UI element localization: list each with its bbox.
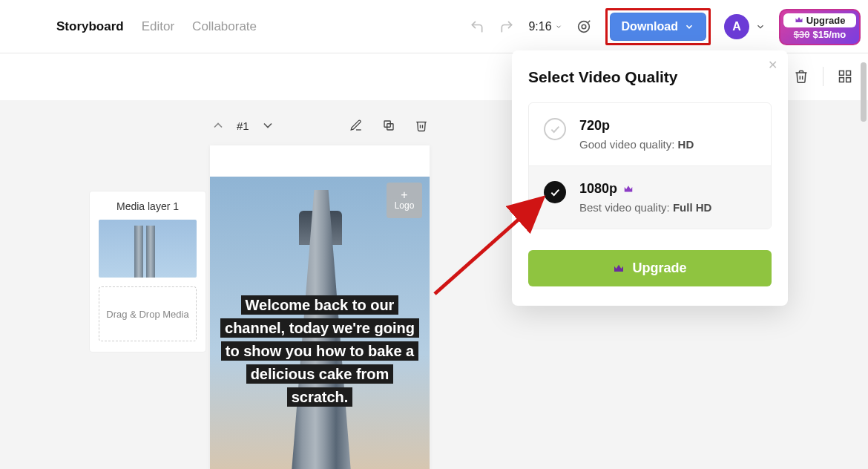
download-button-highlight: Download: [605, 8, 711, 45]
scene-number: #1: [237, 119, 249, 132]
popover-title: Select Video Quality: [528, 68, 772, 86]
scene-header: #1: [210, 117, 430, 134]
svg-rect-6: [846, 78, 851, 82]
tab-storyboard[interactable]: Storyboard: [56, 19, 124, 34]
quality-desc-prefix: Good video quality:: [579, 138, 678, 151]
quality-label: 720p: [579, 118, 694, 134]
avatar: A: [724, 14, 749, 39]
tab-collaborate[interactable]: Collaborate: [192, 19, 257, 34]
settings-gear-icon[interactable]: [576, 19, 592, 35]
upgrade-promo-top: Upgrade: [783, 13, 856, 27]
quality-desc-prefix: Best video quality:: [579, 201, 673, 214]
quality-label: 1080p: [579, 181, 711, 197]
trash-icon[interactable]: [793, 68, 809, 85]
crown-icon: [795, 16, 803, 24]
quality-option-list: 720p Good video quality: HD 1080p Best v…: [528, 102, 772, 229]
edit-pencil-icon[interactable]: [348, 117, 364, 134]
aspect-ratio-value: 9:16: [528, 20, 551, 33]
scrollbar-thumb[interactable]: [861, 62, 867, 122]
canvas-utility-strip: [793, 67, 853, 86]
quality-desc-bold: HD: [678, 138, 694, 151]
upgrade-promo-price: $30$15/mo: [783, 27, 856, 41]
quality-option-1080p[interactable]: 1080p Best video quality: Full HD: [529, 165, 771, 229]
upgrade-button[interactable]: Upgrade: [528, 250, 772, 286]
media-layer-panel: Media layer 1 Drag & Drop Media: [89, 191, 206, 352]
download-button-label: Download: [622, 20, 678, 33]
upgrade-button-label: Upgrade: [632, 260, 686, 276]
add-logo-button[interactable]: + Logo: [387, 183, 422, 218]
video-quality-popover: ✕ Select Video Quality 720p Good video q…: [512, 50, 788, 306]
quality-option-720p[interactable]: 720p Good video quality: HD: [529, 103, 771, 165]
add-logo-label: Logo: [395, 200, 415, 211]
check-circle-empty-icon: [544, 118, 566, 140]
top-right-controls: 9:16 Download A Upgrade $30$15/mo: [469, 0, 861, 53]
chevron-down-icon[interactable]: [260, 117, 276, 134]
svg-rect-3: [840, 71, 844, 76]
account-menu[interactable]: A: [724, 14, 766, 39]
chevron-down-icon: [684, 22, 694, 32]
upgrade-old-price: $30: [794, 29, 810, 40]
media-dropzone-label: Drag & Drop Media: [106, 309, 188, 320]
svg-point-1: [582, 24, 586, 29]
quality-label-text: 720p: [579, 118, 610, 134]
upgrade-promo[interactable]: Upgrade $30$15/mo: [779, 9, 861, 45]
scene-caption[interactable]: Welcome back to our channel, today we're…: [210, 294, 430, 409]
quality-description: Best video quality: Full HD: [579, 201, 711, 214]
undo-icon[interactable]: [469, 19, 485, 35]
top-bar: Storyboard Editor Collaborate 9:16 Downl…: [0, 0, 868, 53]
upgrade-new-price: $15/mo: [812, 29, 846, 40]
trash-icon[interactable]: [413, 117, 430, 134]
media-dropzone[interactable]: Drag & Drop Media: [99, 286, 197, 341]
media-layer-title: Media layer 1: [99, 200, 197, 212]
media-thumbnail[interactable]: [99, 220, 197, 278]
quality-desc-bold: Full HD: [673, 201, 712, 214]
plus-icon: +: [401, 190, 407, 200]
check-circle-full-icon: [544, 181, 566, 203]
svg-rect-5: [840, 78, 844, 82]
scene-card[interactable]: + Logo Welcome back to our channel, toda…: [210, 145, 430, 469]
svg-rect-4: [846, 71, 851, 76]
chevron-down-icon: [755, 22, 766, 32]
crown-icon: [613, 263, 625, 275]
quality-label-text: 1080p: [579, 181, 617, 197]
svg-line-2: [588, 21, 590, 23]
scene-tools: [348, 117, 430, 134]
nav-tabs: Storyboard Editor Collaborate: [56, 19, 257, 34]
crown-icon: [623, 184, 634, 194]
divider: [823, 67, 823, 86]
quality-description: Good video quality: HD: [579, 138, 694, 151]
tab-editor[interactable]: Editor: [142, 19, 174, 34]
upgrade-promo-label: Upgrade: [806, 15, 846, 26]
aspect-ratio-selector[interactable]: 9:16: [528, 20, 562, 33]
chevron-up-icon[interactable]: [210, 117, 226, 134]
close-icon[interactable]: ✕: [768, 58, 777, 72]
chevron-down-icon: [555, 23, 562, 30]
redo-icon[interactable]: [499, 19, 515, 35]
scene-caption-text: Welcome back to our channel, today we're…: [220, 295, 419, 407]
duplicate-icon[interactable]: [381, 117, 397, 134]
download-button[interactable]: Download: [610, 13, 706, 41]
scene-nav: #1: [210, 117, 276, 134]
svg-point-0: [578, 22, 589, 33]
grid-view-icon[interactable]: [837, 68, 853, 85]
